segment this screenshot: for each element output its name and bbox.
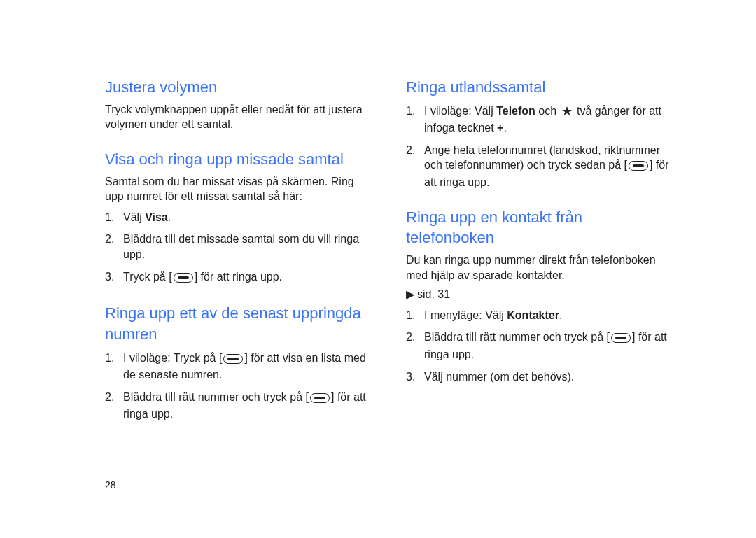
page-ref: ▶sid. 31 [406,287,672,302]
list-item: I viloläge: Välj Telefon och två gånger … [406,104,672,136]
list-item: Välj nummer (om det behövs). [406,369,672,385]
list-item: Bläddra till det missade samtal som du v… [105,232,371,262]
call-key-icon [310,392,330,407]
svg-rect-5 [314,397,326,399]
heading: Ringa upp en kontakt från telefonboken [406,207,672,248]
list-item: Bläddra till rätt nummer och tryck på []… [105,390,371,422]
heading: Justera volymen [105,77,371,98]
body-text: Tryck volymknappen uppåt eller nedåt för… [105,102,371,132]
page-number: 28 [105,479,116,490]
list-item: I menyläge: Välj Kontakter. [406,308,672,323]
call-key-icon [223,353,243,368]
heading: Ringa utlandssamtal [406,77,672,98]
svg-rect-1 [178,276,189,279]
svg-marker-6 [562,106,572,115]
heading: Ringa upp ett av de senast uppringda num… [105,303,371,344]
body-text: Samtal som du har missat visas på skärme… [105,174,371,204]
section-phonebook-contact: Ringa upp en kontakt från telefonboken D… [406,207,672,385]
svg-rect-8 [633,164,644,167]
list-item: Ange hela telefonnumret (landskod, riktn… [406,143,672,190]
list-item: Tryck på [] för att ringa upp. [105,269,371,287]
ordered-list: I viloläge: Tryck på [] för att visa en … [105,351,371,422]
call-key-icon [174,271,193,287]
star-icon [561,106,573,121]
list-item: Bläddra till rätt nummer och tryck på []… [406,330,672,362]
list-item: Välj Visa. [105,210,371,225]
section-adjust-volume: Justera volymen Tryck volymknappen uppåt… [105,77,371,132]
ordered-list: I menyläge: Välj Kontakter. Bläddra till… [406,308,672,384]
arrow-right-icon: ▶ [406,287,414,302]
call-key-icon [629,160,648,175]
section-international-calls: Ringa utlandssamtal I viloläge: Välj Tel… [406,77,672,190]
manual-page: Justera volymen Tryck volymknappen uppåt… [0,0,756,538]
call-key-icon [611,332,631,347]
ordered-list: Välj Visa. Bläddra till det missade samt… [105,210,371,286]
left-column: Justera volymen Tryck volymknappen uppåt… [105,77,371,496]
svg-rect-3 [227,358,239,360]
list-item: I viloläge: Tryck på [] för att visa en … [105,351,371,383]
body-text: Du kan ringa upp nummer direkt från tele… [406,253,672,283]
section-recent-calls: Ringa upp ett av de senast uppringda num… [105,303,371,422]
ordered-list: I viloläge: Välj Telefon och två gånger … [406,104,672,190]
svg-rect-10 [615,337,626,339]
section-missed-calls: Visa och ringa upp missade samtal Samtal… [105,149,371,286]
heading: Visa och ringa upp missade samtal [105,149,371,170]
right-column: Ringa utlandssamtal I viloläge: Välj Tel… [406,77,672,496]
